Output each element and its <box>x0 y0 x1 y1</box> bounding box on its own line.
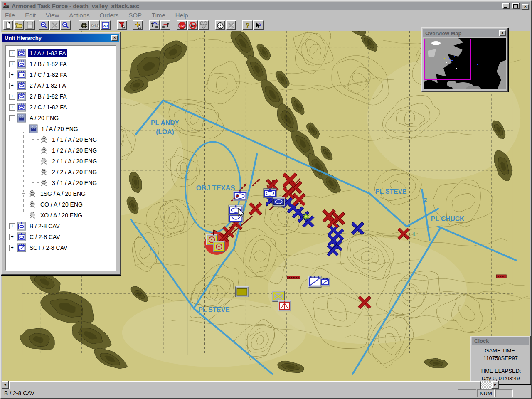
tree-item[interactable]: -1 / A / 20 ENG <box>6 123 116 134</box>
tree-item-label[interactable]: 2 / B / 1-82 FA <box>28 93 68 100</box>
menu-help[interactable]: Help <box>175 12 188 19</box>
unit-marker-arty[interactable] <box>213 241 225 252</box>
stopwatch-button[interactable] <box>215 20 225 30</box>
add-waypoint-button[interactable] <box>133 20 143 30</box>
overview-map-titlebar[interactable]: Overview Map × <box>423 29 507 37</box>
zoom-out-button[interactable] <box>60 20 71 30</box>
help-button[interactable]: ? <box>242 20 253 30</box>
mount-button[interactable] <box>149 20 160 30</box>
tree-expander[interactable]: + <box>9 72 15 78</box>
unit-marker-mech[interactable] <box>273 197 285 206</box>
menu-edit[interactable]: Edit <box>25 12 36 19</box>
open-file-button[interactable] <box>14 20 24 30</box>
tree-item[interactable]: +1 / B / 1-82 FA <box>6 59 116 69</box>
detonation-button[interactable] <box>79 20 89 30</box>
new-file-button[interactable] <box>3 20 13 30</box>
horizontal-scrollbar[interactable]: ◄ ► <box>2 381 499 389</box>
dismount-button[interactable] <box>160 20 170 30</box>
tree-item[interactable]: +1 / A / 1-82 FA <box>6 48 116 59</box>
ram-horns-button[interactable] <box>198 20 209 30</box>
zoom-disabled-button[interactable] <box>49 20 60 30</box>
tree-item[interactable]: +B / 2-8 CAV <box>6 221 116 232</box>
tree-item[interactable]: 2 / 2 / A / 20 ENG <box>6 167 116 177</box>
menu-file[interactable]: File <box>5 12 15 19</box>
tree-item[interactable]: +C / 2-8 CAV <box>6 232 116 242</box>
context-help-button[interactable]: ? <box>253 20 264 30</box>
tree-item-label[interactable]: 2 / C / 1-82 FA <box>28 103 68 111</box>
tree-item-label[interactable]: XO / A / 20 ENG <box>39 212 84 219</box>
menu-time[interactable]: Time <box>152 12 165 19</box>
scroll-left-button[interactable]: ◄ <box>2 381 9 389</box>
tree-item[interactable]: +1 / C / 1-82 FA <box>6 69 116 80</box>
tree-item-label[interactable]: 1 / B / 1-82 FA <box>28 60 68 68</box>
tree-expander[interactable]: + <box>9 83 15 89</box>
tree-item[interactable]: +2 / C / 1-82 FA <box>6 102 116 113</box>
unit-marker-scout[interactable] <box>308 276 321 288</box>
close-button[interactable]: × <box>522 4 529 10</box>
tree-item-label[interactable]: 1 / C / 1-82 FA <box>28 71 68 79</box>
tree-item-label[interactable]: 2 / A / 1-82 FA <box>28 82 67 89</box>
minimize-button[interactable] <box>502 3 510 9</box>
tree-item-label[interactable]: 2 / 2 / A / 20 ENG <box>51 168 98 176</box>
select-filter-button[interactable] <box>117 20 127 30</box>
run-80-button[interactable]: 80 <box>100 20 111 30</box>
tree-item-label[interactable]: 1 / 2 / A / 20 ENG <box>51 147 98 154</box>
unit-hierarchy-titlebar[interactable]: Unit Hierarchy × <box>2 34 119 42</box>
unit-marker-hq-solid[interactable] <box>236 286 249 297</box>
menu-actions[interactable]: Actions <box>69 12 89 19</box>
tree-expander[interactable]: - <box>9 115 15 121</box>
unit-marker-enemy-x[interactable] <box>272 291 284 302</box>
tree-item-label[interactable]: C / 2-8 CAV <box>28 233 62 241</box>
tree-item[interactable]: +SCT / 2-8 CAV <box>6 242 116 253</box>
save-file-button[interactable] <box>25 20 35 30</box>
unit-marker-ada[interactable] <box>278 300 291 311</box>
clock-titlebar[interactable]: Clock <box>472 337 529 345</box>
tree-expander[interactable]: + <box>9 223 15 229</box>
menu-view[interactable]: View <box>46 12 59 19</box>
tree-item-label[interactable]: SCT / 2-8 CAV <box>28 244 69 251</box>
tree-item-label[interactable]: 3 / 1 / A / 20 ENG <box>51 179 98 187</box>
overview-map-close-button[interactable]: × <box>499 30 506 36</box>
tree-item-label[interactable]: 1 / 1 / A / 20 ENG <box>51 136 98 143</box>
overview-map-canvas[interactable] <box>424 38 506 89</box>
tree-expander[interactable]: + <box>9 245 15 251</box>
stop-button[interactable]: STOP <box>177 20 187 30</box>
tree-item[interactable]: CO / A / 20 ENG <box>6 199 116 210</box>
tree-item-label[interactable]: 1SG / A / 20 ENG <box>39 190 87 197</box>
tree-item[interactable]: XO / A / 20 ENG <box>6 210 116 221</box>
tree-item-label[interactable]: 1 / A / 1-82 FA <box>28 49 67 57</box>
unit-bar-marker[interactable] <box>287 276 300 279</box>
x-disabled-button[interactable] <box>226 20 236 30</box>
zoom-in-button[interactable] <box>39 20 49 30</box>
unit-marker-scout[interactable] <box>320 278 330 286</box>
scroll-right-button[interactable]: ► <box>492 381 499 389</box>
menu-orders[interactable]: Orders <box>100 12 119 19</box>
tree-item-label[interactable]: CO / A / 20 ENG <box>39 201 84 208</box>
menu-sop[interactable]: SOP <box>128 12 142 19</box>
tree-item-label[interactable]: 1 / A / 20 ENG <box>40 125 79 133</box>
tree-expander[interactable]: - <box>21 126 27 132</box>
tree-item[interactable]: 1 / 1 / A / 20 ENG <box>6 134 116 145</box>
tree-expander[interactable]: + <box>9 94 15 100</box>
tree-item-label[interactable]: A / 20 ENG <box>28 114 60 122</box>
tree-item[interactable]: -A / 20 ENG <box>6 113 116 123</box>
tree-item[interactable]: 1 / 2 / A / 20 ENG <box>6 145 116 156</box>
unit-bar-marker[interactable] <box>496 275 506 278</box>
tree-item-label[interactable]: B / 2-8 CAV <box>28 222 61 230</box>
tree-item[interactable]: +2 / A / 1-82 FA <box>6 80 116 91</box>
unit-marker-armor[interactable] <box>264 189 276 198</box>
tree-item[interactable]: 3 / 1 / A / 20 ENG <box>6 177 116 188</box>
tree-item[interactable]: 1SG / A / 20 ENG <box>6 188 116 199</box>
no-entry-button[interactable] <box>187 20 198 30</box>
tree-expander[interactable]: + <box>9 104 15 111</box>
tree-item-label[interactable]: 2 / 1 / A / 20 ENG <box>51 158 98 165</box>
tree-item[interactable]: 2 / 1 / A / 20 ENG <box>6 156 116 167</box>
tree-expander[interactable]: + <box>9 61 15 67</box>
tree-item[interactable]: +2 / B / 1-82 FA <box>6 91 116 102</box>
unit-marker-armor[interactable] <box>233 191 247 201</box>
tree-expander[interactable]: + <box>9 234 15 240</box>
maximize-button[interactable] <box>512 3 520 9</box>
tree-expander[interactable]: + <box>9 50 15 57</box>
go-button[interactable]: GOGO <box>89 20 100 30</box>
unit-hierarchy-close-button[interactable]: × <box>111 35 118 41</box>
